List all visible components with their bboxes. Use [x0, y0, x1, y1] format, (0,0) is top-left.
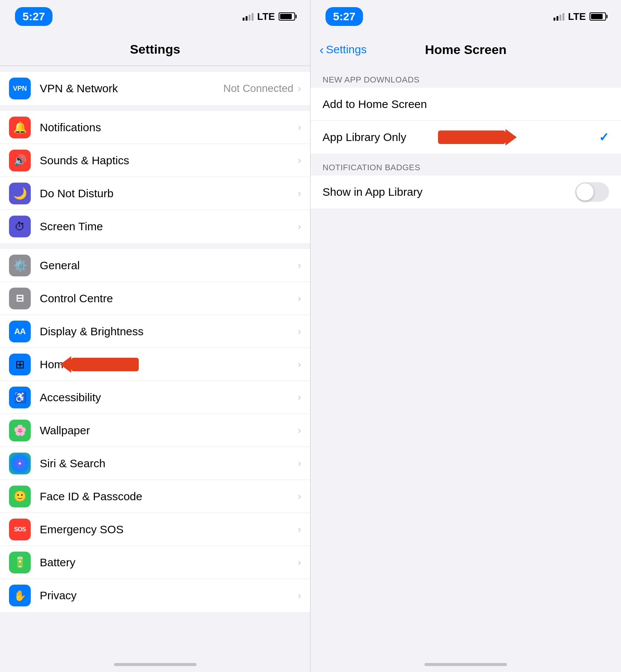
showinapp-label: Show in App Library [322, 186, 575, 198]
settings-list: VPN VPN & Network Not Connected › 🔔 Noti… [0, 66, 310, 657]
left-header-title: Settings [130, 42, 180, 57]
battery-setting-icon: 🔋 [9, 552, 31, 573]
applibraryonly-checkmark: ✓ [599, 130, 609, 144]
general-label: General [40, 259, 298, 272]
left-bottom-bar [0, 657, 310, 672]
displaybrightness-icon: AA [9, 321, 31, 342]
settings-group-general: ⚙️ General › ⊟ Control Centre › AA Displ… [0, 249, 310, 612]
general-chevron: › [298, 260, 301, 271]
signal-icon [243, 12, 254, 21]
settings-item-sounds[interactable]: 🔊 Sounds & Haptics › [0, 144, 310, 177]
donotdisturb-icon: 🌙 [9, 183, 31, 204]
siri-icon: ✦ [9, 453, 31, 474]
settings-item-privacy[interactable]: ✋ Privacy › [0, 579, 310, 612]
siri-label: Siri & Search [40, 457, 298, 470]
new-app-downloads-header: NEW APP DOWNLOADS [310, 66, 621, 88]
general-icon: ⚙️ [9, 255, 31, 276]
left-header: Settings [0, 33, 310, 66]
settings-item-battery[interactable]: 🔋 Battery › [0, 546, 310, 579]
settings-group-notifications: 🔔 Notifications › 🔊 Sounds & Haptics › 🌙… [0, 111, 310, 243]
back-button[interactable]: ‹ Settings [320, 42, 367, 57]
battery-icon [279, 12, 295, 21]
battery-label: Battery [40, 556, 298, 569]
settings-item-notifications[interactable]: 🔔 Notifications › [0, 111, 310, 144]
settings-item-siri[interactable]: ✦ Siri & Search › [0, 447, 310, 480]
new-app-downloads-group: Add to Home Screen App Library Only ✓ [310, 88, 621, 154]
donotdisturb-chevron: › [298, 188, 301, 199]
screentime-icon: ⏱ [9, 216, 31, 237]
accessibility-icon: ♿ [9, 387, 31, 408]
controlcentre-label: Control Centre [40, 292, 298, 305]
settings-item-homescreen[interactable]: ⊞ Home Screen › [0, 348, 310, 381]
vpn-label: VPN & Network [40, 82, 224, 95]
right-item-applibraryonly[interactable]: App Library Only ✓ [310, 121, 621, 154]
left-panel: 5:27 LTE Settings VPN VPN & Network Not … [0, 0, 310, 672]
emergencysos-label: Emergency SOS [40, 523, 298, 536]
emergencysos-icon: SOS [9, 519, 31, 540]
wallpaper-chevron: › [298, 424, 301, 436]
right-header-title: Home Screen [425, 42, 506, 57]
left-arrow-annotation [60, 356, 139, 373]
settings-item-screentime[interactable]: ⏱ Screen Time › [0, 210, 310, 243]
notifications-chevron: › [298, 122, 301, 133]
right-status-bar: 5:27 LTE [310, 0, 621, 33]
right-lte-label: LTE [568, 11, 586, 22]
notifications-label: Notifications [40, 121, 298, 134]
settings-item-faceid[interactable]: 🙂 Face ID & Passcode › [0, 480, 310, 513]
back-label: Settings [326, 43, 366, 56]
wallpaper-icon: 🌸 [9, 420, 31, 441]
right-item-addtohomescreen[interactable]: Add to Home Screen [310, 88, 621, 121]
wallpaper-label: Wallpaper [40, 424, 298, 437]
sounds-chevron: › [298, 154, 301, 166]
faceid-chevron: › [298, 490, 301, 502]
settings-item-general[interactable]: ⚙️ General › [0, 249, 310, 282]
faceid-icon: 🙂 [9, 486, 31, 507]
settings-item-wallpaper[interactable]: 🌸 Wallpaper › [0, 414, 310, 447]
settings-item-controlcentre[interactable]: ⊟ Control Centre › [0, 282, 310, 315]
faceid-label: Face ID & Passcode [40, 490, 298, 503]
vpn-value: Not Connected [224, 82, 294, 94]
controlcentre-icon: ⊟ [9, 288, 31, 309]
settings-item-accessibility[interactable]: ♿ Accessibility › [0, 381, 310, 414]
left-status-right: LTE [243, 11, 295, 22]
settings-item-vpn[interactable]: VPN VPN & Network Not Connected › [0, 72, 310, 105]
screentime-chevron: › [298, 221, 301, 232]
left-home-indicator [114, 663, 196, 666]
accessibility-label: Accessibility [40, 391, 298, 404]
homescreen-icon: ⊞ [9, 354, 31, 375]
right-panel: 5:27 LTE ‹ Settings Home Screen NEW APP … [310, 0, 621, 672]
notification-badges-header: NOTIFICATION BADGES [310, 154, 621, 176]
vpn-chevron: › [298, 83, 301, 94]
right-home-indicator [424, 663, 507, 666]
sounds-label: Sounds & Haptics [40, 154, 298, 167]
siri-chevron: › [298, 458, 301, 469]
right-bottom-bar [310, 657, 621, 672]
right-time: 5:27 [326, 7, 363, 26]
sounds-icon: 🔊 [9, 150, 31, 171]
displaybrightness-label: Display & Brightness [40, 325, 298, 338]
privacy-icon: ✋ [9, 585, 31, 606]
controlcentre-chevron: › [298, 292, 301, 304]
homescreen-chevron: › [298, 358, 301, 370]
battery-chevron: › [298, 556, 301, 568]
right-signal-icon [554, 12, 564, 21]
right-status-right: LTE [554, 11, 606, 22]
right-content: NEW APP DOWNLOADS Add to Home Screen App… [310, 66, 621, 657]
settings-item-displaybrightness[interactable]: AA Display & Brightness › [0, 315, 310, 348]
back-chevron-icon: ‹ [320, 42, 324, 57]
right-header: ‹ Settings Home Screen [310, 33, 621, 66]
notification-badges-group: Show in App Library [310, 176, 621, 208]
lte-label: LTE [257, 11, 275, 22]
screentime-label: Screen Time [40, 220, 298, 233]
left-status-bar: 5:27 LTE [0, 0, 310, 33]
addtohomescreen-label: Add to Home Screen [322, 98, 609, 111]
settings-item-emergencysos[interactable]: SOS Emergency SOS › [0, 513, 310, 546]
settings-item-donotdisturb[interactable]: 🌙 Do Not Disturb › [0, 177, 310, 210]
donotdisturb-label: Do Not Disturb [40, 187, 298, 200]
emergencysos-chevron: › [298, 524, 301, 535]
settings-group-vpn: VPN VPN & Network Not Connected › [0, 72, 310, 105]
right-item-showinapp[interactable]: Show in App Library [310, 176, 621, 208]
left-time: 5:27 [15, 7, 52, 26]
showinapp-toggle[interactable] [575, 182, 609, 202]
privacy-label: Privacy [40, 589, 298, 602]
